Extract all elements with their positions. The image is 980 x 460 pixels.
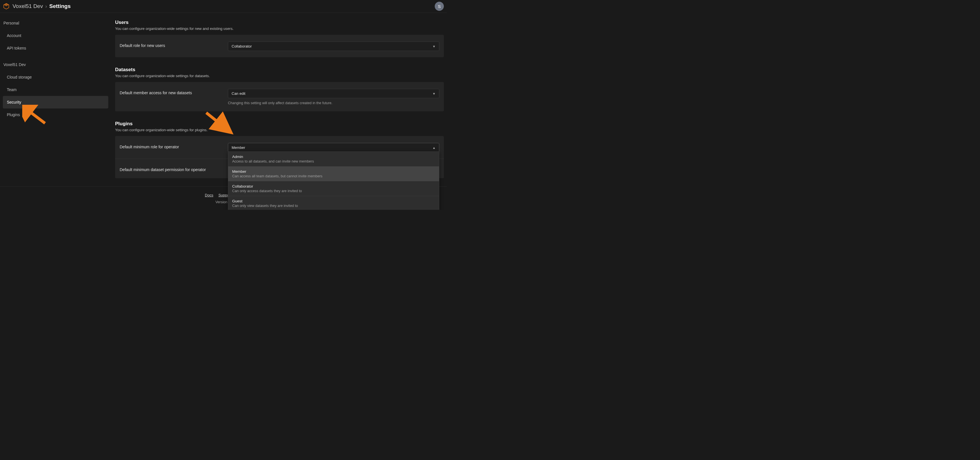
dropdown-option-title: Admin: [232, 155, 435, 159]
header-left: Voxel51 Dev › Settings: [3, 3, 71, 10]
section-datasets-title: Datasets: [115, 67, 444, 73]
sidebar-group-personal: Personal: [3, 21, 108, 29]
sidebar-item-security[interactable]: Security: [3, 96, 108, 108]
select-default-min-role-operator[interactable]: Member ▲: [228, 143, 439, 152]
breadcrumb-page: Settings: [49, 3, 71, 10]
dropdown-option-collaborator[interactable]: Collaborator Can only access datasets th…: [228, 181, 439, 196]
main-content: Users You can configure organization-wid…: [111, 13, 447, 183]
chevron-down-icon: ▼: [433, 45, 436, 48]
row-default-member-access: Default member access for new datasets C…: [115, 82, 444, 111]
dropdown-option-desc: Can only access datasets they are invite…: [232, 189, 435, 193]
breadcrumb-org[interactable]: Voxel51 Dev: [13, 3, 43, 10]
section-plugins: Plugins You can configure organization-w…: [115, 121, 444, 178]
select-value: Collaborator: [232, 44, 252, 48]
select-default-role-new-users[interactable]: Collaborator ▼: [228, 41, 439, 51]
chevron-up-icon: ▲: [433, 146, 436, 149]
app-header: Voxel51 Dev › Settings S: [0, 0, 447, 13]
avatar[interactable]: S: [435, 2, 444, 11]
dropdown-option-guest[interactable]: Guest Can only view datasets they are in…: [228, 196, 439, 210]
row-label: Default member access for new datasets: [120, 89, 222, 95]
sidebar-item-plugins[interactable]: Plugins: [3, 108, 108, 121]
section-datasets-subtitle: You can configure organization-wide sett…: [115, 74, 444, 78]
dropdown-option-admin[interactable]: Admin Access to all datasets, and can in…: [228, 152, 439, 166]
sidebar-item-team[interactable]: Team: [3, 83, 108, 96]
dropdown-option-member[interactable]: Member Can access all team datasets, but…: [228, 166, 439, 181]
section-datasets: Datasets You can configure organization-…: [115, 67, 444, 111]
row-default-min-role-operator: Default minimum role for operator Member…: [115, 136, 444, 159]
row-default-role-new-users: Default role for new users Collaborator …: [115, 35, 444, 57]
section-users-subtitle: You can configure organization-wide sett…: [115, 27, 444, 31]
sidebar: Personal Account API tokens Voxel51 Dev …: [0, 13, 111, 183]
section-users: Users You can configure organization-wid…: [115, 20, 444, 57]
voxel51-logo-icon[interactable]: [3, 3, 10, 10]
sidebar-item-api-tokens[interactable]: API tokens: [3, 42, 108, 54]
sidebar-group-org: Voxel51 Dev: [3, 62, 108, 71]
dropdown-option-desc: Access to all datasets, and can invite n…: [232, 159, 435, 163]
select-value: Member: [232, 146, 245, 150]
chevron-right-icon: ›: [45, 3, 47, 10]
row-label: Default minimum dataset permission for o…: [120, 166, 222, 172]
plugins-card: Default minimum role for operator Member…: [115, 136, 444, 178]
dropdown-option-title: Guest: [232, 199, 435, 203]
row-label: Default role for new users: [120, 41, 222, 48]
dropdown-option-desc: Can only view datasets they are invited …: [232, 204, 435, 208]
sidebar-item-cloud-storage[interactable]: Cloud storage: [3, 71, 108, 83]
row-hint: Changing this setting will only affect d…: [228, 101, 439, 105]
select-default-member-access[interactable]: Can edit ▼: [228, 89, 439, 98]
datasets-card: Default member access for new datasets C…: [115, 82, 444, 111]
users-card: Default role for new users Collaborator …: [115, 35, 444, 57]
dropdown-option-desc: Can access all team datasets, but cannot…: [232, 174, 435, 178]
footer-link-docs[interactable]: Docs: [205, 193, 213, 197]
sidebar-item-account[interactable]: Account: [3, 29, 108, 42]
dropdown-option-title: Collaborator: [232, 184, 435, 189]
role-dropdown: Admin Access to all datasets, and can in…: [228, 151, 439, 210]
section-plugins-title: Plugins: [115, 121, 444, 127]
section-users-title: Users: [115, 20, 444, 25]
breadcrumb: Voxel51 Dev › Settings: [13, 3, 71, 10]
row-label: Default minimum role for operator: [120, 143, 222, 149]
section-plugins-subtitle: You can configure organization-wide sett…: [115, 128, 444, 132]
chevron-down-icon: ▼: [433, 92, 436, 95]
dropdown-option-title: Member: [232, 170, 435, 174]
select-value: Can edit: [232, 91, 245, 96]
svg-marker-1: [4, 3, 9, 6]
